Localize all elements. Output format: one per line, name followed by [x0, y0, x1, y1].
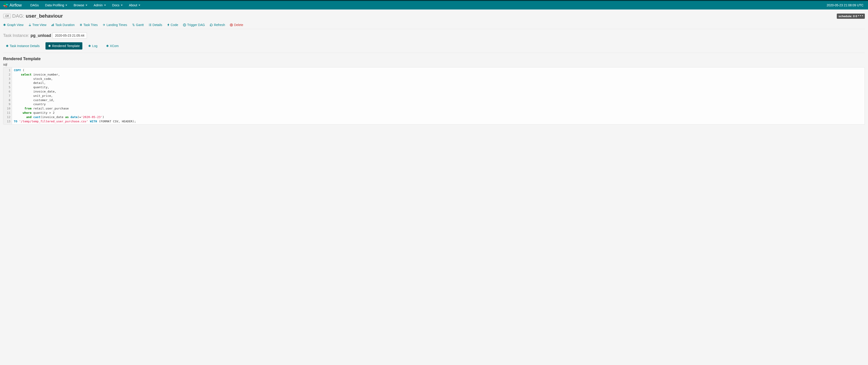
code-line: unit_price, [14, 94, 863, 98]
svg-rect-12 [149, 26, 149, 26]
tab-code[interactable]: Code [167, 23, 178, 27]
dag-toggle[interactable]: Off [3, 14, 11, 18]
rendered-sql-code: 12345678910111213 COPY ( select invoice_… [3, 67, 865, 125]
svg-rect-9 [150, 24, 151, 25]
brand-link[interactable]: Airflow [3, 2, 22, 8]
dag-schedule-badge: schedule: 0 0 * * * [837, 13, 865, 19]
tab-graph-view[interactable]: ✱ Graph View [3, 23, 24, 27]
line-number: 7 [5, 94, 10, 98]
line-number: 12 [5, 115, 10, 120]
code-body: COPY ( select invoice_number, stock_code… [12, 67, 865, 124]
list-icon [149, 24, 151, 26]
nav-item-data-profiling[interactable]: Data Profiling [42, 1, 70, 9]
tree-icon [29, 24, 31, 26]
asterisk-icon: ✱ [3, 23, 6, 27]
nav-item-label: Admin [94, 3, 103, 7]
tab-label: Code [170, 23, 178, 27]
tab-label: Details [153, 23, 162, 27]
caret-down-icon [65, 5, 67, 6]
nav-items: DAGsData ProfilingBrowseAdminDocsAbout [27, 1, 144, 9]
asterisk-icon: ✱ [6, 44, 9, 48]
tab-task-tries[interactable]: Task Tries [80, 23, 98, 27]
nav-item-about[interactable]: About [126, 1, 144, 9]
line-number: 4 [5, 81, 10, 85]
tab-label: Landing Times [106, 23, 127, 27]
lightning-icon [167, 23, 169, 27]
navbar: Airflow DAGsData ProfilingBrowseAdminDoc… [0, 0, 868, 9]
svg-rect-6 [133, 25, 134, 25]
svg-rect-3 [80, 24, 81, 26]
brand-text: Airflow [9, 3, 22, 8]
asterisk-icon: ✱ [106, 44, 109, 48]
subtab-task-details[interactable]: ✱ Task Instance Details [3, 42, 42, 49]
code-line: TO '/temp/temp_filtered_user_purchase.cs… [14, 120, 863, 124]
play-circle-icon [183, 24, 186, 27]
tab-task-duration[interactable]: Task Duration [51, 23, 75, 27]
code-line: invoice_date, [14, 90, 863, 94]
nav-item-label: Docs [112, 3, 120, 7]
asterisk-icon: ✱ [88, 44, 91, 48]
line-number: 1 [5, 68, 10, 73]
nav-item-label: Browse [73, 3, 84, 7]
nav-item-label: DAGs [30, 3, 39, 7]
retry-bars-icon [80, 24, 82, 26]
tab-label: Gantt [136, 23, 144, 27]
line-number: 3 [5, 77, 10, 81]
caret-down-icon [121, 5, 123, 6]
tab-delete[interactable]: Delete [230, 23, 243, 27]
refresh-icon [210, 24, 213, 27]
dag-title: DAG: user_behaviour [12, 13, 63, 19]
tab-trigger-dag[interactable]: Trigger DAG [183, 23, 205, 27]
tab-landing-times[interactable]: ✈ Landing Times [103, 23, 127, 27]
tab-label: Delete [234, 23, 243, 27]
subtab-rendered-template[interactable]: ✱ Rendered Template [45, 42, 82, 49]
tab-label: Trigger DAG [187, 23, 205, 27]
code-line: COPY ( [14, 68, 863, 73]
tab-label: Refresh [214, 23, 225, 27]
code-line: select invoice_number, [14, 73, 863, 77]
page-content: Off DAG: user_behaviour schedule: 0 0 * … [0, 9, 868, 128]
tab-label: Graph View [7, 23, 24, 27]
svg-rect-7 [133, 26, 135, 26]
nav-item-label: Data Profiling [45, 3, 64, 7]
task-instance-label: Task Instance: [3, 33, 29, 38]
execution-date-select[interactable]: 2020-05-23 21:05:44 [53, 32, 87, 39]
code-line: quantity, [14, 85, 863, 90]
nav-item-docs[interactable]: Docs [109, 1, 126, 9]
subtab-label: Log [92, 44, 97, 48]
nav-item-label: About [129, 3, 137, 7]
line-number: 8 [5, 98, 10, 102]
tab-tree-view[interactable]: Tree View [29, 23, 46, 27]
line-number: 9 [5, 102, 10, 106]
line-number: 5 [5, 85, 10, 90]
subtab-label: XCom [110, 44, 119, 48]
asterisk-icon: ✱ [48, 44, 51, 48]
code-line: customer_id, [14, 98, 863, 102]
tab-gantt[interactable]: Gantt [132, 23, 144, 27]
code-line: where quantity > 2 [14, 111, 863, 115]
nav-item-admin[interactable]: Admin [91, 1, 109, 9]
code-line: from retail.user_purchase [14, 106, 863, 111]
gantt-icon [132, 24, 135, 26]
nav-item-browse[interactable]: Browse [70, 1, 91, 9]
tab-refresh[interactable]: Refresh [210, 23, 225, 27]
tab-details[interactable]: Details [149, 23, 162, 27]
tab-label: Task Tries [84, 23, 98, 27]
dag-header: Off DAG: user_behaviour schedule: 0 0 * … [3, 13, 865, 19]
line-number: 13 [5, 120, 10, 124]
subtab-log[interactable]: ✱ Log [86, 42, 100, 49]
line-number: 6 [5, 90, 10, 94]
subtab-xcom[interactable]: ✱ XCom [103, 42, 122, 49]
bar-chart-icon [51, 24, 54, 26]
code-field-label: sql [3, 63, 865, 66]
nav-item-dags[interactable]: DAGs [27, 1, 42, 9]
code-line: stock_code, [14, 77, 863, 81]
airflow-logo-icon [3, 2, 9, 8]
subtab-label: Rendered Template [52, 44, 80, 48]
code-gutter: 12345678910111213 [3, 67, 12, 124]
caret-down-icon [86, 5, 87, 6]
line-number: 2 [5, 73, 10, 77]
caret-down-icon [138, 5, 140, 6]
svg-rect-1 [53, 24, 53, 26]
plane-icon: ✈ [103, 23, 105, 27]
